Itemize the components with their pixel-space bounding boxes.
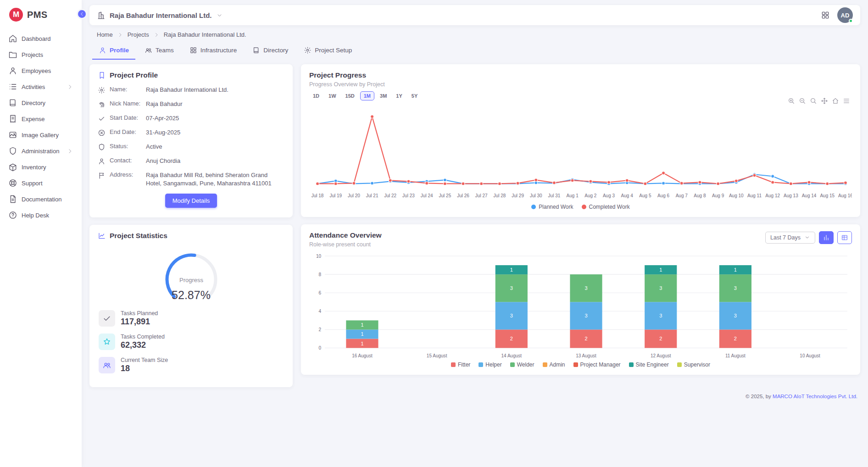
table-view-button[interactable] <box>837 231 852 244</box>
stat-item-tasks-completed: Tasks Completed62,332 <box>99 334 284 350</box>
profile-field-end-date: End Date:31-Aug-2025 <box>98 128 284 137</box>
chevron-right-icon <box>67 148 73 155</box>
toolbar-zoom-out-icon[interactable] <box>799 97 806 106</box>
attendance-chart[interactable]: 024681016 August11115 August14 August233… <box>309 251 852 361</box>
legend-label: Helper <box>485 361 501 368</box>
sidebar-item-activities[interactable]: Activities <box>4 79 78 94</box>
company-link[interactable]: MARCO AIoT Technologies Pvt. Ltd. <box>773 394 857 399</box>
range-5y-button[interactable]: 5Y <box>408 91 421 100</box>
toolbar-pan-icon[interactable] <box>821 97 828 106</box>
svg-text:1: 1 <box>734 267 737 272</box>
tab-teams[interactable]: Teams <box>138 42 180 60</box>
range-1w-button[interactable]: 1W <box>325 91 340 100</box>
sidebar-item-employees[interactable]: Employees <box>4 63 78 78</box>
toolbar-home-icon[interactable] <box>832 97 839 106</box>
sidebar: M PMS DashboardProjectsEmployeesActiviti… <box>0 0 82 467</box>
sidebar-item-administration[interactable]: Administration <box>4 144 78 158</box>
svg-text:Aug 4: Aug 4 <box>621 193 634 198</box>
svg-text:3: 3 <box>659 285 662 291</box>
shield-icon <box>98 143 106 151</box>
svg-text:11 August: 11 August <box>725 353 746 358</box>
legend-project-manager[interactable]: Project Manager <box>573 361 621 368</box>
team-icon <box>102 361 111 370</box>
legend-welder[interactable]: Welder <box>510 361 534 368</box>
sidebar-item-documentation[interactable]: Documentation <box>4 192 78 206</box>
svg-text:8: 8 <box>319 272 322 277</box>
attendance-title: Attendance Overview <box>309 231 382 239</box>
svg-text:Aug 11: Aug 11 <box>747 193 762 198</box>
progress-percentage: 52.87% <box>172 289 211 302</box>
field-label: Address: <box>110 171 142 178</box>
sidebar-item-inventory[interactable]: Inventory <box>4 160 78 174</box>
sidebar-item-label: Employees <box>22 67 51 74</box>
tab-label: Project Setup <box>315 47 352 54</box>
sidebar-item-expense[interactable]: Expense <box>4 111 78 126</box>
svg-text:3: 3 <box>510 285 513 291</box>
content: Project Profile Name:Raja Bahadur Intern… <box>89 64 860 387</box>
avatar-initials: AD <box>841 12 850 19</box>
legend-completed-work[interactable]: Completed Work <box>582 204 630 210</box>
svg-text:Jul 27: Jul 27 <box>475 193 488 198</box>
breadcrumb-item-projects[interactable]: Projects <box>128 31 149 38</box>
svg-text:Aug 8: Aug 8 <box>694 193 706 198</box>
tab-profile[interactable]: Profile <box>92 42 135 60</box>
user-avatar[interactable]: AD <box>837 7 853 23</box>
project-profile-title: Project Profile <box>110 71 158 79</box>
stat-item-current-team-size: Current Team Size18 <box>99 357 284 373</box>
project-profile-card: Project Profile Name:Raja Bahadur Intern… <box>89 64 293 217</box>
legend-supervisor[interactable]: Supervisor <box>677 361 710 368</box>
range-15d-button[interactable]: 15D <box>342 91 358 100</box>
sidebar-item-support[interactable]: Support <box>4 176 78 190</box>
sidebar-item-projects[interactable]: Projects <box>4 47 78 62</box>
svg-text:16 August: 16 August <box>352 353 373 358</box>
legend-fitter[interactable]: Fitter <box>451 361 470 368</box>
sidebar-item-image-gallery[interactable]: Image Gallery <box>4 128 78 142</box>
brand[interactable]: M PMS <box>0 0 82 28</box>
apps-grid-icon[interactable] <box>821 11 830 20</box>
tab-directory[interactable]: Directory <box>246 42 295 60</box>
check-icon <box>98 115 106 122</box>
svg-text:Jul 31: Jul 31 <box>548 193 561 198</box>
sidebar-item-help-desk[interactable]: Help Desk <box>4 208 78 222</box>
toolbar-zoom-in-icon[interactable] <box>788 97 795 106</box>
range-3m-button[interactable]: 3M <box>376 91 390 100</box>
project-progress-chart[interactable]: Jul 18Jul 19Jul 20Jul 21Jul 22Jul 23Jul … <box>309 102 852 203</box>
attendance-subtitle: Role-wise present count <box>309 241 382 248</box>
toolbar-menu-icon[interactable] <box>843 97 850 106</box>
breadcrumb-item-home[interactable]: Home <box>97 31 113 38</box>
svg-text:1: 1 <box>659 267 662 272</box>
tab-label: Teams <box>156 47 174 54</box>
documentation-icon <box>8 195 17 204</box>
chevron-right-icon <box>67 83 73 90</box>
field-label: Status: <box>110 143 142 150</box>
sidebar-collapse-button[interactable] <box>77 9 87 19</box>
tab-project-setup[interactable]: Project Setup <box>297 42 358 60</box>
building-icon <box>97 11 106 20</box>
company-selector[interactable]: Raja Bahadur International Ltd. <box>97 11 223 20</box>
legend-site-engineer[interactable]: Site Engineer <box>629 361 669 368</box>
legend-helper[interactable]: Helper <box>479 361 501 368</box>
attendance-range-select[interactable]: Last 7 Days <box>765 232 815 244</box>
circle-x-icon <box>98 129 106 137</box>
home-icon <box>832 97 839 105</box>
sidebar-item-directory[interactable]: Directory <box>4 95 78 110</box>
chart-line-icon <box>98 232 106 240</box>
chart-view-button[interactable] <box>819 231 834 244</box>
tab-infrastructure[interactable]: Infrastructure <box>183 42 244 60</box>
modify-details-button[interactable]: Modify Details <box>165 194 217 208</box>
toolbar-selection-zoom-icon[interactable] <box>810 97 817 106</box>
field-value: Anuj Chordia <box>146 157 180 165</box>
range-1m-button[interactable]: 1M <box>360 91 374 100</box>
bar-chart-legend: FitterHelperWelderAdminProject ManagerSi… <box>309 361 852 368</box>
sidebar-item-label: Documentation <box>22 196 61 203</box>
chevron-right-icon <box>153 32 160 38</box>
sidebar-item-dashboard[interactable]: Dashboard <box>4 31 78 46</box>
time-range-selector: 1D1W15D1M3M1Y5Y <box>309 91 852 100</box>
attendance-range-value: Last 7 Days <box>770 234 801 241</box>
svg-text:2: 2 <box>319 327 322 332</box>
legend-admin[interactable]: Admin <box>543 361 565 368</box>
legend-planned-work[interactable]: Planned Work <box>531 204 573 210</box>
range-1d-button[interactable]: 1D <box>309 91 323 100</box>
range-1y-button[interactable]: 1Y <box>392 91 406 100</box>
svg-text:Jul 30: Jul 30 <box>530 193 542 198</box>
